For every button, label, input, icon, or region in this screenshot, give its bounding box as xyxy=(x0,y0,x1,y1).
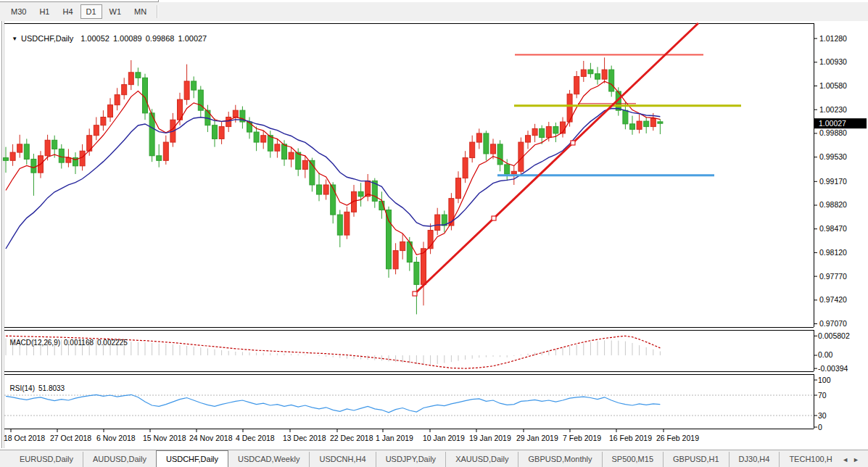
svg-text:100: 100 xyxy=(818,376,831,384)
svg-text:0.97770: 0.97770 xyxy=(819,272,847,281)
rsi-value: 51.8033 xyxy=(38,384,65,392)
ohlc-close: 1.00027 xyxy=(178,34,207,43)
svg-text:0.97070: 0.97070 xyxy=(819,319,847,328)
date-axis: 18 Oct 201827 Oct 20186 Nov 201815 Nov 2… xyxy=(4,429,699,442)
ohlc-low: 0.99868 xyxy=(146,34,175,43)
svg-text:0.98470: 0.98470 xyxy=(819,224,847,233)
svg-text:1 Jan 2019: 1 Jan 2019 xyxy=(376,434,413,442)
rsi-indicator-label: RSI(14)51.8033 xyxy=(6,376,65,392)
svg-text:13 Dec 2018: 13 Dec 2018 xyxy=(283,434,326,442)
chart-tab-usdchf[interactable]: USDCHF,Daily xyxy=(156,450,228,467)
svg-text:29 Jan 2019: 29 Jan 2019 xyxy=(516,434,558,442)
collapse-caret-icon[interactable]: ▼ xyxy=(12,36,17,42)
price-axis: 1.012801.009301.005801.002300.998800.995… xyxy=(814,34,847,328)
trendline[interactable] xyxy=(413,23,698,296)
macd-indicator-label: MACD(12,26,9)0.0011680.002225 xyxy=(6,331,128,347)
svg-text:1.00580: 1.00580 xyxy=(819,81,847,90)
candles xyxy=(4,57,663,314)
svg-text:16 Feb 2019: 16 Feb 2019 xyxy=(609,434,652,442)
svg-text:0.99880: 0.99880 xyxy=(819,128,847,137)
rsi-level-lines xyxy=(4,395,814,416)
chart-tab-sp500[interactable]: SP500,M15 xyxy=(602,452,663,467)
svg-text:18 Oct 2018: 18 Oct 2018 xyxy=(4,434,45,442)
ohlc-open: 1.00052 xyxy=(80,34,109,43)
rsi-name: RSI(14) xyxy=(10,384,35,392)
chart-tab-usdjpy[interactable]: USDJPY,Daily xyxy=(376,452,446,467)
chart-canvas: 1.012801.009301.005801.002300.998800.995… xyxy=(0,0,868,450)
svg-text:10 Jan 2019: 10 Jan 2019 xyxy=(423,434,465,442)
svg-text:7 Feb 2019: 7 Feb 2019 xyxy=(563,434,601,442)
svg-text:0.005802: 0.005802 xyxy=(818,331,850,340)
svg-text:4 Dec 2018: 4 Dec 2018 xyxy=(236,434,275,442)
ma-fast-line xyxy=(6,81,660,255)
svg-text:15 Nov 2018: 15 Nov 2018 xyxy=(143,434,186,442)
chart-symbol-label: USDCHF,Daily xyxy=(21,34,73,43)
symbol-tabbar: EURUSD,DailyAUDUSD,DailyUSDCHF,DailyUSDC… xyxy=(0,450,868,467)
chart-tab-usdcnh[interactable]: USDCNH,H4 xyxy=(309,452,375,467)
svg-text:0: 0 xyxy=(818,423,822,431)
svg-text:1.00930: 1.00930 xyxy=(819,57,847,66)
svg-text:0.97420: 0.97420 xyxy=(819,295,847,304)
chart-title: ▼USDCHF,Daily1.000521.000890.998681.0002… xyxy=(7,25,210,43)
svg-text:0.99170: 0.99170 xyxy=(819,177,847,186)
macd-axis: 0.0058020.00-0.00394 xyxy=(814,331,850,373)
svg-text:0.98120: 0.98120 xyxy=(819,248,847,257)
panel-borders xyxy=(4,23,814,429)
chart-tab-eurusd[interactable]: EURUSD,Daily xyxy=(10,452,83,467)
chart-window-frame xyxy=(2,21,4,448)
chart-tab-gbpusd[interactable]: GBPUSD,H1 xyxy=(663,452,729,467)
svg-text:1.00230: 1.00230 xyxy=(819,105,847,114)
chart-tab-xauusd[interactable]: XAUUSD,Daily xyxy=(445,452,518,467)
chart-tab-usdcad[interactable]: USDCAD,Weekly xyxy=(228,452,309,467)
svg-text:0.98820: 0.98820 xyxy=(819,200,847,209)
tab-scroll-arrows: ◄► xyxy=(842,456,864,463)
svg-text:27 Oct 2018: 27 Oct 2018 xyxy=(50,434,91,442)
svg-text:30: 30 xyxy=(818,411,827,420)
macd-name: MACD(12,26,9) xyxy=(10,339,60,347)
rsi-line xyxy=(6,394,660,413)
svg-text:24 Nov 2018: 24 Nov 2018 xyxy=(189,434,233,442)
chart-tab-dj30[interactable]: DJ30,H4 xyxy=(729,452,780,467)
rsi-axis: 10070300 xyxy=(814,376,831,431)
macd-signal-value: 0.002225 xyxy=(97,339,128,347)
svg-text:22 Dec 2018: 22 Dec 2018 xyxy=(330,434,373,442)
tabs-scroll-left-icon[interactable]: ◄ xyxy=(842,456,853,463)
svg-text:1.01280: 1.01280 xyxy=(819,34,847,43)
svg-text:0.99530: 0.99530 xyxy=(819,152,847,161)
ohlc-high: 1.00089 xyxy=(113,34,142,43)
svg-text:-0.00394: -0.00394 xyxy=(818,364,848,373)
svg-text:19 Jan 2019: 19 Jan 2019 xyxy=(469,434,511,442)
chart-tab-audusd[interactable]: AUDUSD,Daily xyxy=(83,452,156,467)
svg-text:0.00: 0.00 xyxy=(818,350,833,359)
chart-tab-tech100[interactable]: TECH100,H xyxy=(779,452,841,467)
tabs-scroll-right-icon[interactable]: ► xyxy=(853,456,864,463)
svg-text:1.00027: 1.00027 xyxy=(819,119,846,128)
current-price-marker: 1.00027 xyxy=(814,118,867,128)
svg-text:26 Feb 2019: 26 Feb 2019 xyxy=(656,434,699,442)
chart-tab-gbpusd[interactable]: GBPUSD,Monthly xyxy=(518,452,601,467)
macd-main-value: 0.001168 xyxy=(64,339,94,347)
svg-text:6 Nov 2018: 6 Nov 2018 xyxy=(96,434,136,442)
svg-text:70: 70 xyxy=(818,391,827,400)
